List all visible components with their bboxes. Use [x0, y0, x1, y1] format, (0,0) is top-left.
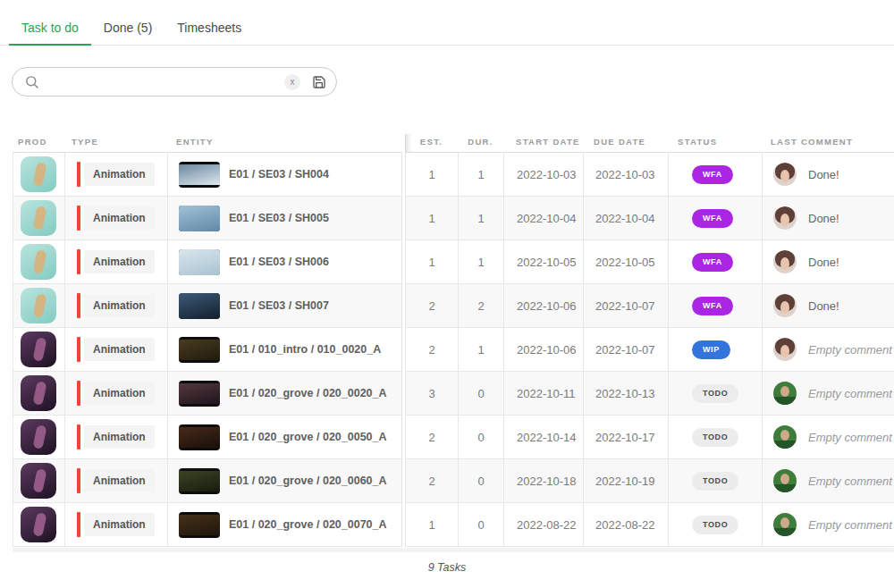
prod-cell	[13, 284, 65, 327]
entity-cell[interactable]: E01 / SE03 / SH006	[168, 240, 401, 283]
task-row[interactable]: AnimationE01 / SE03 / SH005	[13, 197, 402, 240]
tab-done[interactable]: Done (5)	[91, 0, 164, 45]
production-avatar[interactable]	[21, 244, 56, 280]
task-row[interactable]: AnimationE01 / SE03 / SH006	[13, 240, 402, 284]
task-row[interactable]: AnimationE01 / 020_grove / 020_0020_A	[13, 372, 402, 416]
status-badge[interactable]: TODO	[692, 428, 738, 447]
prod-cell	[13, 153, 65, 196]
task-rows-right: 112022-10-032022-10-03WFADone!112022-10-…	[405, 153, 894, 547]
task-row[interactable]: 212022-10-062022-10-07WIPEmpty comment	[405, 328, 894, 372]
task-row[interactable]: 112022-10-052022-10-05WFADone!	[405, 240, 894, 284]
entity-cell[interactable]: E01 / 020_grove / 020_0050_A	[168, 416, 401, 458]
prod-cell	[13, 503, 65, 546]
status-cell: WFA	[669, 153, 763, 196]
estimation-cell: 1	[406, 197, 459, 239]
start-date-cell: 2022-10-06	[504, 284, 584, 327]
task-type-color-bar	[77, 468, 80, 493]
entity-thumbnail[interactable]	[179, 381, 220, 407]
task-type-color-bar	[77, 162, 80, 187]
horizontal-scrollbar[interactable]	[13, 548, 894, 552]
duration-cell: 0	[459, 459, 504, 502]
entity-cell[interactable]: E01 / SE03 / SH007	[168, 284, 401, 327]
comment-author-avatar	[773, 513, 797, 536]
search-input[interactable]	[46, 75, 284, 88]
estimation-cell: 1	[406, 240, 459, 283]
task-row[interactable]: 222022-10-062022-10-07WFADone!	[405, 284, 894, 328]
entity-name: E01 / SE03 / SH006	[229, 256, 329, 268]
task-row[interactable]: AnimationE01 / 020_grove / 020_0070_A	[13, 503, 402, 547]
task-row[interactable]: 112022-10-042022-10-04WFADone!	[405, 197, 894, 240]
last-comment-cell[interactable]: Empty comment	[763, 328, 894, 371]
last-comment-cell[interactable]: Done!	[763, 153, 894, 196]
task-row[interactable]: AnimationE01 / SE03 / SH004	[13, 153, 402, 197]
task-type-color-bar	[77, 206, 80, 231]
status-badge[interactable]: TODO	[692, 516, 738, 534]
status-badge[interactable]: TODO	[692, 472, 738, 491]
production-avatar[interactable]	[21, 288, 56, 323]
production-avatar[interactable]	[21, 200, 56, 236]
clear-search-button[interactable]: x	[284, 74, 300, 90]
entity-thumbnail[interactable]	[179, 249, 220, 275]
last-comment-cell[interactable]: Done!	[763, 197, 894, 239]
column-header-due-date: DUE DATE	[594, 137, 645, 147]
entity-cell[interactable]: E01 / 020_grove / 020_0070_A	[168, 503, 401, 546]
entity-thumbnail[interactable]	[179, 293, 220, 319]
entity-thumbnail[interactable]	[179, 206, 220, 231]
production-avatar[interactable]	[21, 507, 56, 542]
entity-cell[interactable]: E01 / 020_grove / 020_0060_A	[168, 459, 401, 502]
status-badge[interactable]: TODO	[692, 384, 738, 403]
entity-thumbnail[interactable]	[179, 424, 220, 450]
tab-timesheets[interactable]: Timesheets	[164, 0, 254, 45]
production-avatar[interactable]	[21, 419, 56, 455]
entity-cell[interactable]: E01 / SE03 / SH005	[168, 197, 401, 239]
task-row[interactable]: 202022-10-142022-10-17TODOEmpty comment	[405, 416, 894, 459]
last-comment-cell[interactable]: Empty comment	[763, 372, 894, 415]
task-row[interactable]: AnimationE01 / 020_grove / 020_0060_A	[13, 459, 402, 503]
last-comment-cell[interactable]: Empty comment	[763, 416, 894, 458]
start-date-cell: 2022-10-03	[504, 153, 584, 196]
last-comment-cell[interactable]: Empty comment	[763, 503, 894, 546]
entity-cell[interactable]: E01 / 010_intro / 010_0020_A	[168, 328, 401, 371]
production-avatar[interactable]	[21, 463, 56, 499]
entity-name: E01 / SE03 / SH005	[229, 212, 329, 224]
status-cell: TODO	[669, 416, 763, 458]
production-avatar[interactable]	[21, 332, 56, 367]
entity-thumbnail[interactable]	[179, 468, 220, 494]
entity-thumbnail[interactable]	[179, 512, 220, 538]
task-row[interactable]: 102022-08-222022-08-22TODOEmpty comment	[405, 503, 894, 547]
task-row[interactable]: 302022-10-112022-10-13TODOEmpty comment	[405, 372, 894, 416]
production-avatar[interactable]	[21, 156, 56, 192]
last-comment-cell[interactable]: Done!	[763, 284, 894, 327]
task-row[interactable]: AnimationE01 / 020_grove / 020_0050_A	[13, 416, 402, 459]
task-type-label: Animation	[84, 382, 155, 405]
entity-cell[interactable]: E01 / 020_grove / 020_0020_A	[168, 372, 401, 415]
entity-name: E01 / SE03 / SH007	[229, 299, 329, 312]
status-badge[interactable]: WFA	[692, 209, 733, 228]
comment-text: Empty comment	[808, 431, 892, 444]
start-date-cell: 2022-10-11	[504, 372, 584, 415]
entity-cell[interactable]: E01 / SE03 / SH004	[168, 153, 401, 196]
save-search-button[interactable]	[311, 74, 327, 90]
production-avatar[interactable]	[21, 375, 56, 411]
entity-thumbnail[interactable]	[179, 337, 220, 363]
status-badge[interactable]: WFA	[692, 165, 733, 184]
entity-thumbnail[interactable]	[179, 162, 220, 188]
status-badge[interactable]: WFA	[692, 253, 733, 272]
tab-task-to-do[interactable]: Task to do	[9, 0, 91, 45]
status-badge[interactable]: WIP	[692, 340, 730, 359]
comment-text: Empty comment	[808, 387, 892, 400]
task-row[interactable]: 112022-10-032022-10-03WFADone!	[405, 153, 894, 197]
last-comment-cell[interactable]: Done!	[763, 240, 894, 283]
task-row[interactable]: 202022-10-182022-10-19TODOEmpty comment	[405, 459, 894, 503]
duration-cell: 1	[459, 328, 504, 371]
task-type-label: Animation	[84, 425, 155, 449]
last-comment-cell[interactable]: Empty comment	[763, 459, 894, 502]
comment-text: Done!	[808, 168, 839, 181]
task-row[interactable]: AnimationE01 / SE03 / SH007	[13, 284, 402, 328]
task-row[interactable]: AnimationE01 / 010_intro / 010_0020_A	[13, 328, 402, 372]
duration-cell: 0	[459, 416, 504, 458]
entity-name: E01 / 020_grove / 020_0020_A	[229, 387, 387, 399]
status-badge[interactable]: WFA	[692, 297, 733, 315]
status-cell: WFA	[669, 240, 763, 283]
column-header-dur: DUR.	[458, 137, 503, 147]
